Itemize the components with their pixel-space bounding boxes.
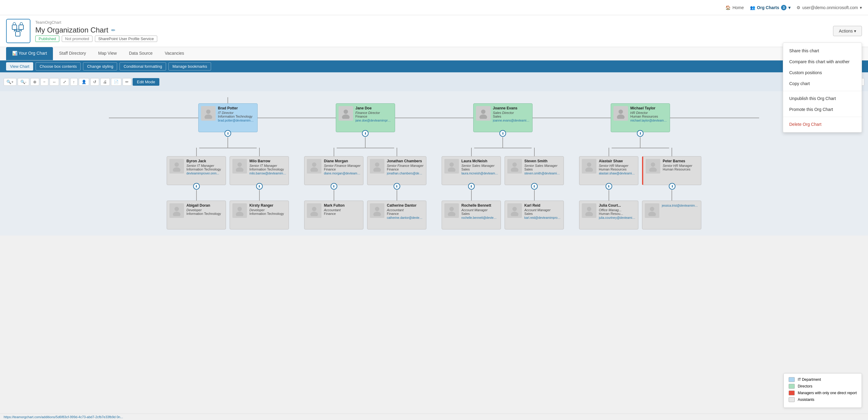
tab-vacancies[interactable]: Vacancies (159, 47, 190, 60)
dropdown-unpublish[interactable]: Unpublish this Org Chart (783, 93, 862, 104)
card-jessica[interactable]: jessica.trist@devteamimprover... (642, 201, 701, 229)
tab-map-view[interactable]: Map View (92, 47, 123, 60)
expand-peter[interactable]: ⬇ (669, 183, 676, 190)
expand-diane[interactable]: ⬇ (331, 183, 337, 190)
card-brad-potter[interactable]: Brad Potter IT Director Information Tech… (198, 103, 257, 132)
tab-staff-directory[interactable]: Staff Directory (53, 47, 92, 60)
print-button[interactable]: 🖨 (100, 78, 110, 86)
avatar-karl (507, 203, 522, 218)
svg-point-7 (13, 23, 16, 25)
expand-jonathan[interactable]: ⬇ (394, 183, 400, 190)
card-laura[interactable]: Laura McNeish Senior Sales Manager Sales… (442, 156, 501, 185)
card-catherine[interactable]: Catherine Dantor Accountant Finance cath… (367, 201, 426, 229)
refresh-button[interactable]: ↺ (90, 78, 99, 86)
avatar-steven (507, 159, 522, 173)
page-title: My Organization Chart ✏ (35, 26, 828, 34)
dept-mark: Finance (324, 212, 361, 216)
dept-alastair: Human Resources (599, 167, 636, 171)
card-mark[interactable]: Mark Fulton Accountant Finance (304, 201, 364, 229)
not-promoted-badge[interactable]: Not promoted (62, 36, 92, 42)
dropdown-compare[interactable]: Compare this chart with another (783, 56, 862, 67)
fit-button[interactable]: ↔ (50, 78, 59, 86)
dropdown-copy[interactable]: Copy chart (783, 78, 862, 89)
name-mark: Mark Fulton (324, 203, 361, 208)
svg-point-47 (649, 167, 657, 172)
expand-button[interactable]: ⤢ (60, 78, 69, 86)
orgcharts-chevron: ▾ (788, 5, 790, 10)
orgcharts-nav[interactable]: 👥 Org Charts 3 ▾ (750, 5, 790, 10)
published-badge[interactable]: Published (35, 36, 59, 42)
tab-your-org-chart[interactable]: 📊 Your Org Chart (6, 47, 53, 60)
card-steven[interactable]: Steven Smith Senior Sales Manager Sales … (504, 156, 564, 185)
zoom-in-button[interactable]: 🔍+ (4, 78, 17, 86)
dropdown-promote[interactable]: Promote this Org Chart (783, 104, 862, 115)
card-jane-doe[interactable]: Jane Doe Finance Director Finance jane.d… (336, 103, 395, 132)
card-peter[interactable]: Peter Barnes Senior HR Manager Human Res… (642, 156, 701, 185)
pen-button[interactable]: ✏ (123, 78, 131, 86)
card-kirsty[interactable]: Kirsty Ranger Developer Information Tech… (229, 201, 289, 229)
name-brad: Brad Potter (218, 106, 255, 111)
expand-michael[interactable]: ⬇ (637, 130, 644, 137)
source-badge[interactable]: SharePoint User Profile Service (95, 36, 157, 42)
actions-button[interactable]: Actions ▾ (833, 26, 862, 36)
card-karl[interactable]: Karl Reid Account Manager Sales karl.rei… (504, 201, 564, 229)
manage-bookmarks-button[interactable]: Manage bookmarks (168, 62, 211, 70)
dept-kirsty: Information Technology (249, 212, 286, 216)
title-milo: Senior IT Manager (249, 164, 286, 167)
center-button[interactable]: ⊕ (30, 78, 39, 86)
email-michael: michael.taylor@devteamimprover... (630, 119, 667, 122)
svg-rect-2 (16, 32, 20, 36)
avatar-byron (169, 159, 184, 173)
card-michael[interactable]: Michael Taylor HR Director Human Resourc… (611, 103, 670, 132)
svg-point-30 (481, 109, 485, 114)
expand-brad[interactable]: ⬇ (224, 130, 231, 137)
svg-point-10 (206, 109, 210, 114)
email-steven: steven.smith@devteamimprover.o... (524, 172, 561, 175)
expand-joanne[interactable]: ⬇ (499, 130, 506, 137)
expand-milo[interactable]: ⬇ (256, 183, 263, 190)
minus-button[interactable]: − (40, 78, 49, 86)
card-rochelle[interactable]: Rochelle Bennett Account Manager Sales r… (442, 201, 501, 229)
edit-mode-button[interactable]: Edit Mode (133, 78, 159, 86)
person-button[interactable]: 👤 (79, 78, 89, 86)
up-button[interactable]: ↑ (70, 78, 78, 86)
email-laura: laura.mcneish@devteamimprover.... (461, 172, 498, 175)
conditional-formatting-button[interactable]: Conditional formatting (120, 62, 166, 70)
card-abigail[interactable]: Abigail Doran Developer Information Tech… (167, 201, 226, 229)
title-peter: Senior HR Manager (663, 164, 699, 167)
expand-jane[interactable]: ⬇ (362, 130, 369, 137)
change-styling-button[interactable]: Change styling (83, 62, 117, 70)
expand-laura[interactable]: ⬇ (468, 183, 475, 190)
svg-rect-1 (19, 25, 23, 30)
branch-byron: Byron Jack Senior IT Manager Information… (167, 148, 226, 229)
card-byron[interactable]: Byron Jack Senior IT Manager Information… (167, 156, 226, 185)
dropdown-delete[interactable]: Delete Org Chart (783, 119, 862, 130)
svg-point-48 (650, 207, 654, 211)
home-nav[interactable]: 🏠 Home (725, 5, 744, 10)
title-jonathan: Senior Finance Manager (387, 164, 424, 167)
card-alastair[interactable]: Alastair Shaw Senior HR Manager Human Re… (579, 156, 639, 185)
dropdown-custom-positions[interactable]: Custom positions (783, 67, 862, 78)
pdf-button[interactable]: 📄 (111, 78, 121, 86)
edit-icon[interactable]: ✏ (111, 27, 115, 33)
avatar-jonathan (370, 159, 384, 173)
user-nav[interactable]: ⚙ user@demo.onmicrosoft.com ▾ (797, 5, 862, 10)
svg-point-8 (20, 23, 23, 25)
expand-byron[interactable]: ⬇ (193, 183, 200, 190)
title-byron: Senior IT Manager (186, 164, 223, 167)
card-joanne[interactable]: Joanne Evans Sales Director Sales joanne… (473, 103, 532, 132)
card-jonathan[interactable]: Jonathan Chambers Senior Finance Manager… (367, 156, 426, 185)
card-milo[interactable]: Milo Barrow Senior IT Manager Informatio… (229, 156, 289, 185)
tab-data-source[interactable]: Data Source (123, 47, 159, 60)
svg-point-23 (310, 167, 318, 172)
zoom-out-button[interactable]: 🔍- (18, 78, 29, 86)
card-diane[interactable]: Diane Morgan Senior Finance Manager Fina… (304, 156, 364, 185)
dropdown-share[interactable]: Share this chart (783, 45, 862, 56)
chart-scroll-area[interactable]: 🔍+ 🔍- ⊕ − ↔ ⤢ ↑ 👤 ↺ 🖨 📄 ✏ Edit Mode Pers… (0, 72, 868, 235)
choose-box-contents-button[interactable]: Choose box contents (36, 62, 81, 70)
view-chart-button[interactable]: View Chart (6, 62, 33, 70)
expand-alastair[interactable]: ⬇ (606, 183, 612, 190)
expand-steven[interactable]: ⬇ (531, 183, 538, 190)
svg-point-22 (312, 162, 316, 166)
card-julia[interactable]: Julia Court... Office Manag... Human Res… (579, 201, 639, 229)
